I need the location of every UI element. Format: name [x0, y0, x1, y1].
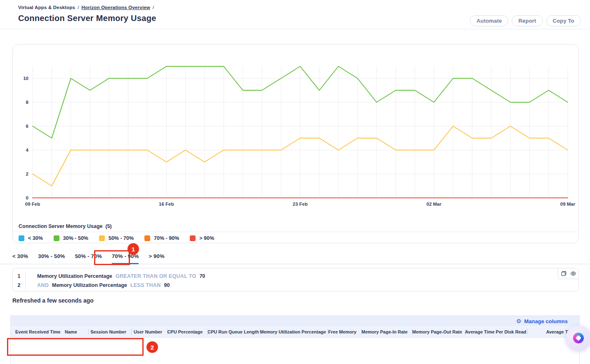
automate-button[interactable]: Automate: [470, 15, 509, 26]
header-divider: [0, 29, 590, 29]
filter-conditions-panel: 1Memory Utilization PercentageGREATER TH…: [12, 268, 579, 291]
manage-columns-button[interactable]: Manage columns: [524, 318, 568, 324]
memory-usage-chart-panel: 024681009 Feb16 Feb23 Feb02 Mar09 Mar Co…: [12, 44, 579, 243]
svg-text:09 Mar: 09 Mar: [560, 202, 576, 207]
legend-item[interactable]: > 90%: [190, 235, 214, 241]
line-chart: 024681009 Feb16 Feb23 Feb02 Mar09 Mar: [13, 45, 579, 222]
legend-label: 50% - 70%: [109, 235, 134, 241]
legend-label: 30% - 50%: [63, 235, 88, 241]
column-header-average-time-per-disk-read[interactable]: Average Time Per Disk Read: [465, 326, 527, 338]
column-header-name[interactable]: Name: [60, 326, 88, 338]
report-button[interactable]: Report: [512, 15, 543, 26]
legend-item[interactable]: < 30%: [19, 235, 43, 241]
legend-item[interactable]: 70% - 90%: [144, 235, 179, 241]
legend-item[interactable]: 30% - 50%: [54, 235, 88, 241]
legend-swatch: [190, 235, 196, 241]
filter-condition-row: 2ANDMemory Utilization PercentageLESS TH…: [13, 281, 578, 290]
legend-swatch: [99, 235, 105, 241]
filter-conjunction: AND: [37, 282, 49, 288]
column-header-user-number[interactable]: User Number: [131, 326, 167, 338]
legend-swatch: [54, 235, 59, 241]
eye-icon[interactable]: [570, 270, 576, 277]
table-toolbar: ⚙ Manage columns: [11, 316, 579, 326]
breadcrumb-link-horizon-operations-overview[interactable]: Horizon Operations Overview: [82, 5, 150, 10]
legend-series-count: (5): [106, 223, 112, 229]
tab-30-50[interactable]: 30% - 50%: [38, 247, 65, 264]
column-header-memory-page-in-rate[interactable]: Memory Page-In Rate: [361, 326, 412, 338]
sparkle-icon: [573, 333, 584, 343]
svg-text:0: 0: [26, 195, 28, 200]
refreshed-status: Refreshed a few seconds ago: [12, 297, 94, 304]
filter-row-content: ANDMemory Utilization PercentageLESS THA…: [25, 281, 170, 290]
annotation-box-2: [7, 338, 144, 356]
page-title: Connection Server Memory Usage: [18, 14, 156, 23]
filter-row-content: Memory Utilization PercentageGREATER THA…: [25, 272, 205, 281]
assistant-button[interactable]: [566, 325, 590, 351]
filter-field: Memory Utilization Percentage: [37, 273, 112, 279]
column-header-free-memory[interactable]: Free Memory: [328, 326, 361, 338]
gear-icon[interactable]: ⚙: [516, 318, 522, 324]
breadcrumb-separator: /: [78, 5, 79, 10]
filter-value: 70: [199, 273, 205, 279]
annotation-badge-2: 2: [146, 341, 158, 353]
svg-text:10: 10: [23, 76, 28, 81]
svg-text:09 Feb: 09 Feb: [25, 202, 40, 207]
column-header-memory-page-out-rate[interactable]: Memory Page-Out Rate: [412, 326, 465, 338]
tab-90[interactable]: > 90%: [149, 247, 164, 264]
legend-swatch: [144, 235, 150, 241]
svg-text:2: 2: [26, 171, 28, 176]
legend-label: < 30%: [28, 235, 43, 241]
tab-30[interactable]: < 30%: [12, 247, 28, 264]
column-header-cpu-run-queue-length[interactable]: CPU Run Queue Length: [208, 326, 260, 338]
copy-to-button[interactable]: Copy To: [546, 15, 581, 26]
annotation-badge-1: 1: [127, 243, 139, 255]
filter-tools: [558, 268, 578, 279]
svg-text:4: 4: [26, 148, 29, 153]
breadcrumb-item-virtual-apps[interactable]: Virtual Apps & Desktops: [18, 5, 75, 10]
filter-operator: GREATER THAN OR EQUAL TO: [116, 273, 196, 279]
legend-label: 70% - 90%: [154, 235, 179, 241]
svg-text:23 Feb: 23 Feb: [293, 202, 307, 207]
filter-operator: LESS THAN: [130, 282, 161, 288]
filter-row-number: 1: [13, 273, 25, 279]
column-header-event-received-time[interactable]: Event Received Time: [11, 326, 60, 338]
annotation-box-1: [94, 250, 130, 265]
column-header-session-number[interactable]: Session Number: [88, 326, 131, 338]
copy-icon[interactable]: [561, 270, 567, 277]
filter-field: Memory Utilization Percentage: [52, 282, 127, 288]
svg-text:02 Mar: 02 Mar: [427, 202, 442, 207]
filter-row-number: 2: [13, 282, 25, 288]
breadcrumb: Virtual Apps & Desktops/Horizon Operatio…: [18, 5, 156, 10]
legend-label: > 90%: [199, 235, 214, 241]
header-actions: Automate Report Copy To: [470, 15, 581, 26]
legend-title: Connection Server Memory Usage (5): [13, 223, 578, 232]
legend-item[interactable]: 50% - 70%: [99, 235, 134, 241]
svg-text:16 Feb: 16 Feb: [159, 202, 174, 207]
table-header-row: Event Received TimeNameSession NumberUse…: [11, 326, 579, 338]
filter-value: 90: [164, 282, 170, 288]
breadcrumb-separator: /: [153, 5, 154, 10]
column-header-cpu-percentage[interactable]: CPU Percentage: [167, 326, 208, 338]
column-header-memory-utilization-percentage[interactable]: Memory Utilization Percentage: [260, 326, 328, 338]
filter-condition-row: 1Memory Utilization PercentageGREATER TH…: [13, 272, 578, 281]
range-tabs-bar: < 30%30% - 50%50% - 70%70% - 90%> 90%: [0, 247, 590, 264]
legend-swatch: [19, 235, 24, 241]
chart-legend: Connection Server Memory Usage (5) < 30%…: [13, 223, 578, 241]
svg-text:8: 8: [26, 100, 29, 105]
svg-text:6: 6: [26, 124, 28, 129]
